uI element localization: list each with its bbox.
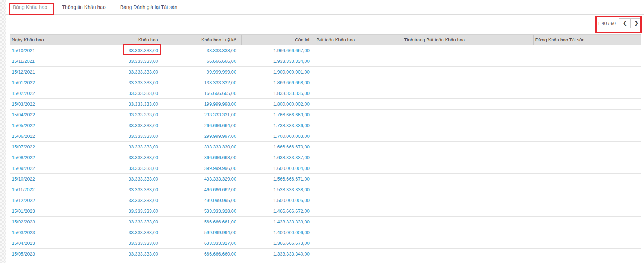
table-row[interactable]: 15/03/2022 33.333.333,00 199.999.998,00 … — [10, 99, 641, 110]
cell-remaining-amount[interactable]: 1.600.000.004,00 — [241, 163, 315, 174]
cell-cumulative-amount[interactable]: 266.666.664,00 — [163, 120, 241, 131]
cell-depreciation-entry[interactable] — [315, 88, 402, 99]
cell-depreciation-entry[interactable] — [315, 152, 402, 163]
cell-depreciation-date[interactable]: 15/01/2022 — [10, 77, 85, 88]
cell-remaining-amount[interactable]: 1.966.666.667,00 — [241, 45, 315, 56]
cell-stop-depreciation[interactable] — [533, 249, 641, 259]
table-row[interactable]: 15/06/2022 33.333.333,00 299.999.997,00 … — [10, 131, 641, 142]
cell-depreciation-entry[interactable] — [315, 45, 402, 56]
cell-entry-status[interactable] — [402, 131, 533, 142]
cell-remaining-amount[interactable]: 1.666.666.670,00 — [241, 142, 315, 152]
cell-depreciation-entry[interactable] — [315, 163, 402, 174]
cell-stop-depreciation[interactable] — [533, 195, 641, 206]
table-row[interactable]: 15/07/2022 33.333.333,00 333.333.330,00 … — [10, 142, 641, 152]
cell-entry-status[interactable] — [402, 238, 533, 249]
cell-depreciation-date[interactable]: 15/04/2022 — [10, 110, 85, 120]
cell-stop-depreciation[interactable] — [533, 131, 641, 142]
cell-depreciation-entry[interactable] — [315, 56, 402, 67]
cell-cumulative-amount[interactable]: 133.333.332,00 — [163, 77, 241, 88]
cell-depreciation-amount[interactable]: 33.333.333,00 — [85, 56, 163, 67]
cell-depreciation-amount[interactable]: 33.333.333,00 — [85, 131, 163, 142]
cell-depreciation-amount[interactable]: 33.333.333,00 — [85, 238, 163, 249]
cell-depreciation-entry[interactable] — [315, 174, 402, 184]
cell-remaining-amount[interactable]: 1.300.000.007,00 — [241, 259, 315, 263]
cell-depreciation-date[interactable]: 15/09/2022 — [10, 163, 85, 174]
cell-depreciation-entry[interactable] — [315, 77, 402, 88]
cell-entry-status[interactable] — [402, 110, 533, 120]
table-row[interactable]: 15/06/2023 33.333.333,00 699.999.993,00 … — [10, 259, 641, 263]
cell-cumulative-amount[interactable]: 666.666.660,00 — [163, 249, 241, 259]
cell-depreciation-amount[interactable]: 33.333.333,00 — [85, 206, 163, 217]
column-header-status[interactable]: Tình trạng Bút toán Khấu hao — [402, 35, 533, 45]
cell-depreciation-entry[interactable] — [315, 238, 402, 249]
cell-cumulative-amount[interactable]: 399.999.996,00 — [163, 163, 241, 174]
table-row[interactable]: 15/04/2022 33.333.333,00 233.333.331,00 … — [10, 110, 641, 120]
table-row[interactable]: 15/12/2022 33.333.333,00 499.999.995,00 … — [10, 195, 641, 206]
cell-stop-depreciation[interactable] — [533, 259, 641, 263]
cell-remaining-amount[interactable]: 1.933.333.334,00 — [241, 56, 315, 67]
cell-entry-status[interactable] — [402, 227, 533, 238]
cell-depreciation-date[interactable]: 15/05/2022 — [10, 120, 85, 131]
cell-depreciation-entry[interactable] — [315, 67, 402, 77]
pager-next-button[interactable]: ❯ — [630, 18, 642, 28]
cell-remaining-amount[interactable]: 1.433.333.339,00 — [241, 217, 315, 227]
cell-depreciation-amount[interactable]: 33.333.333,00 — [85, 184, 163, 195]
cell-remaining-amount[interactable]: 1.500.000.005,00 — [241, 195, 315, 206]
cell-entry-status[interactable] — [402, 249, 533, 259]
cell-entry-status[interactable] — [402, 99, 533, 110]
cell-cumulative-amount[interactable]: 566.666.661,00 — [163, 217, 241, 227]
cell-depreciation-date[interactable]: 15/11/2021 — [10, 56, 85, 67]
cell-depreciation-entry[interactable] — [315, 195, 402, 206]
column-header-rem[interactable]: Còn lại — [241, 35, 315, 45]
cell-cumulative-amount[interactable]: 66.666.666,00 — [163, 56, 241, 67]
cell-remaining-amount[interactable]: 1.833.333.335,00 — [241, 88, 315, 99]
cell-depreciation-amount[interactable]: 33.333.333,00 — [85, 249, 163, 259]
cell-entry-status[interactable] — [402, 217, 533, 227]
cell-stop-depreciation[interactable] — [533, 227, 641, 238]
cell-cumulative-amount[interactable]: 333.333.330,00 — [163, 142, 241, 152]
table-row[interactable]: 15/01/2022 33.333.333,00 133.333.332,00 … — [10, 77, 641, 88]
cell-stop-depreciation[interactable] — [533, 56, 641, 67]
tab-depreciation-board[interactable]: Bảng Khấu hao — [13, 4, 47, 10]
cell-stop-depreciation[interactable] — [533, 88, 641, 99]
tab-asset-revaluation-board[interactable]: Bảng Đánh giá lại Tài sản — [120, 4, 177, 10]
cell-remaining-amount[interactable]: 1.800.000.002,00 — [241, 99, 315, 110]
cell-entry-status[interactable] — [402, 120, 533, 131]
cell-stop-depreciation[interactable] — [533, 142, 641, 152]
cell-stop-depreciation[interactable] — [533, 163, 641, 174]
table-row[interactable]: 15/09/2022 33.333.333,00 399.999.996,00 … — [10, 163, 641, 174]
cell-entry-status[interactable] — [402, 174, 533, 184]
cell-stop-depreciation[interactable] — [533, 99, 641, 110]
cell-depreciation-amount[interactable]: 33.333.333,00 — [85, 120, 163, 131]
cell-cumulative-amount[interactable]: 299.999.997,00 — [163, 131, 241, 142]
table-row[interactable]: 15/11/2022 33.333.333,00 466.666.662,00 … — [10, 184, 641, 195]
cell-remaining-amount[interactable]: 1.866.666.668,00 — [241, 77, 315, 88]
column-header-acc[interactable]: Khấu hao Luỹ kế — [163, 35, 241, 45]
cell-depreciation-amount[interactable]: 33.333.333,00 — [85, 152, 163, 163]
column-header-stop[interactable]: Dừng Khấu hao Tài sản — [533, 35, 641, 45]
table-row[interactable]: 15/10/2021 33.333.333,00 33.333.333,00 1… — [10, 45, 641, 56]
cell-remaining-amount[interactable]: 1.700.000.003,00 — [241, 131, 315, 142]
cell-cumulative-amount[interactable]: 533.333.328,00 — [163, 206, 241, 217]
cell-cumulative-amount[interactable]: 499.999.995,00 — [163, 195, 241, 206]
cell-depreciation-amount[interactable]: 33.333.333,00 — [85, 195, 163, 206]
cell-entry-status[interactable] — [402, 152, 533, 163]
cell-cumulative-amount[interactable]: 699.999.993,00 — [163, 259, 241, 263]
cell-stop-depreciation[interactable] — [533, 77, 641, 88]
cell-depreciation-amount[interactable]: 33.333.333,00 — [85, 110, 163, 120]
cell-depreciation-amount[interactable]: 33.333.333,00 — [85, 174, 163, 184]
cell-cumulative-amount[interactable]: 166.666.665,00 — [163, 88, 241, 99]
cell-stop-depreciation[interactable] — [533, 45, 641, 56]
cell-remaining-amount[interactable]: 1.333.333.340,00 — [241, 249, 315, 259]
table-row[interactable]: 15/10/2022 33.333.333,00 433.333.329,00 … — [10, 174, 641, 184]
cell-stop-depreciation[interactable] — [533, 238, 641, 249]
cell-entry-status[interactable] — [402, 45, 533, 56]
cell-depreciation-date[interactable]: 15/02/2023 — [10, 217, 85, 227]
cell-depreciation-date[interactable]: 15/10/2021 — [10, 45, 85, 56]
cell-entry-status[interactable] — [402, 77, 533, 88]
cell-stop-depreciation[interactable] — [533, 184, 641, 195]
cell-depreciation-date[interactable]: 15/12/2021 — [10, 67, 85, 77]
cell-depreciation-entry[interactable] — [315, 249, 402, 259]
cell-depreciation-entry[interactable] — [315, 217, 402, 227]
cell-entry-status[interactable] — [402, 195, 533, 206]
